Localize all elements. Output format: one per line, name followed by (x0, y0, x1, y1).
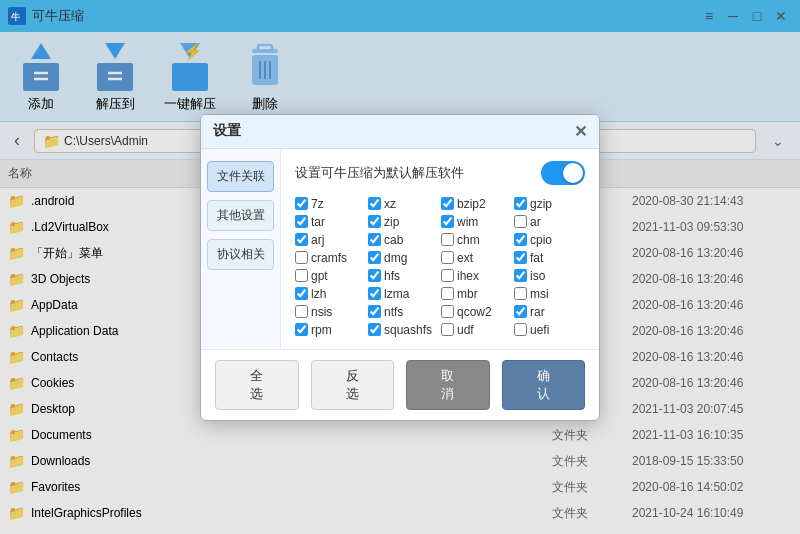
default-software-toggle[interactable] (541, 161, 585, 185)
checkbox-label-iso: iso (530, 269, 545, 283)
toggle-knob (563, 163, 583, 183)
checkbox-ntfs[interactable] (368, 305, 381, 318)
deselect-button[interactable]: 反选 (311, 360, 395, 410)
format-checkbox-item: iso (514, 269, 585, 283)
checkbox-tar[interactable] (295, 215, 308, 228)
format-checkbox-item: arj (295, 233, 366, 247)
checkbox-cab[interactable] (368, 233, 381, 246)
format-checkbox-item: ar (514, 215, 585, 229)
format-checkbox-item: squashfs (368, 323, 439, 337)
checkbox-gzip[interactable] (514, 197, 527, 210)
checkbox-label-hfs: hfs (384, 269, 400, 283)
checkbox-label-udf: udf (457, 323, 474, 337)
default-software-setting: 设置可牛压缩为默认解压软件 (295, 161, 585, 185)
checkbox-label-arj: arj (311, 233, 324, 247)
checkbox-label-gzip: gzip (530, 197, 552, 211)
tab-file-assoc[interactable]: 文件关联 (207, 161, 274, 192)
checkbox-label-xz: xz (384, 197, 396, 211)
checkbox-label-squashfs: squashfs (384, 323, 432, 337)
checkbox-gpt[interactable] (295, 269, 308, 282)
checkbox-xz[interactable] (368, 197, 381, 210)
checkbox-lzh[interactable] (295, 287, 308, 300)
checkbox-label-wim: wim (457, 215, 478, 229)
checkbox-rpm[interactable] (295, 323, 308, 336)
format-checkbox-item: ext (441, 251, 512, 265)
format-checkbox-item: qcow2 (441, 305, 512, 319)
format-checkbox-item: bzip2 (441, 197, 512, 211)
format-checkbox-item: chm (441, 233, 512, 247)
format-checkbox-item: hfs (368, 269, 439, 283)
checkbox-lzma[interactable] (368, 287, 381, 300)
checkbox-squashfs[interactable] (368, 323, 381, 336)
checkbox-ihex[interactable] (441, 269, 454, 282)
format-checkbox-item: rpm (295, 323, 366, 337)
checkbox-label-rar: rar (530, 305, 545, 319)
checkbox-arj[interactable] (295, 233, 308, 246)
format-checkbox-item: xz (368, 197, 439, 211)
format-checkbox-item: rar (514, 305, 585, 319)
dialog-close-button[interactable]: ✕ (574, 122, 587, 141)
format-checkbox-item: tar (295, 215, 366, 229)
checkbox-nsis[interactable] (295, 305, 308, 318)
checkbox-rar[interactable] (514, 305, 527, 318)
tab-protocol[interactable]: 协议相关 (207, 239, 274, 270)
format-checkbox-item: fat (514, 251, 585, 265)
format-checkbox-item: mbr (441, 287, 512, 301)
tab-other-settings-label: 其他设置 (217, 208, 265, 222)
format-checkbox-item: wim (441, 215, 512, 229)
tab-other-settings[interactable]: 其他设置 (207, 200, 274, 231)
checkbox-label-ext: ext (457, 251, 473, 265)
checkbox-label-dmg: dmg (384, 251, 407, 265)
format-checkbox-item: ihex (441, 269, 512, 283)
checkbox-label-cramfs: cramfs (311, 251, 347, 265)
checkbox-label-tar: tar (311, 215, 325, 229)
checkbox-label-bzip2: bzip2 (457, 197, 486, 211)
select-all-button[interactable]: 全选 (215, 360, 299, 410)
checkbox-bzip2[interactable] (441, 197, 454, 210)
checkbox-label-cpio: cpio (530, 233, 552, 247)
checkbox-mbr[interactable] (441, 287, 454, 300)
checkbox-label-rpm: rpm (311, 323, 332, 337)
checkbox-label-ar: ar (530, 215, 541, 229)
format-checkbox-item: 7z (295, 197, 366, 211)
format-checkbox-item: cpio (514, 233, 585, 247)
format-checkbox-item: udf (441, 323, 512, 337)
format-checkbox-item: dmg (368, 251, 439, 265)
checkbox-ext[interactable] (441, 251, 454, 264)
checkbox-label-chm: chm (457, 233, 480, 247)
confirm-button[interactable]: 确认 (502, 360, 586, 410)
format-checkbox-item: lzh (295, 287, 366, 301)
checkbox-qcow2[interactable] (441, 305, 454, 318)
format-checkbox-item: lzma (368, 287, 439, 301)
checkbox-wim[interactable] (441, 215, 454, 228)
checkbox-label-qcow2: qcow2 (457, 305, 492, 319)
dialog-body: 文件关联 其他设置 协议相关 设置可牛压缩为默认解压软件 (201, 149, 599, 349)
cancel-button[interactable]: 取消 (406, 360, 490, 410)
checkbox-uefi[interactable] (514, 323, 527, 336)
checkbox-label-mbr: mbr (457, 287, 478, 301)
checkbox-ar[interactable] (514, 215, 527, 228)
checkbox-msi[interactable] (514, 287, 527, 300)
checkbox-hfs[interactable] (368, 269, 381, 282)
checkbox-label-ntfs: ntfs (384, 305, 403, 319)
checkbox-label-gpt: gpt (311, 269, 328, 283)
checkbox-label-uefi: uefi (530, 323, 549, 337)
dialog-title: 设置 (213, 122, 241, 140)
format-checkbox-item: msi (514, 287, 585, 301)
dialog-title-bar: 设置 ✕ (201, 115, 599, 149)
checkbox-dmg[interactable] (368, 251, 381, 264)
checkbox-iso[interactable] (514, 269, 527, 282)
checkbox-udf[interactable] (441, 323, 454, 336)
format-checkbox-item: cramfs (295, 251, 366, 265)
checkbox-label-ihex: ihex (457, 269, 479, 283)
checkbox-cpio[interactable] (514, 233, 527, 246)
dialog-overlay: 设置 ✕ 文件关联 其他设置 协议相关 设置可牛压缩为默认解压软 (0, 0, 800, 534)
checkbox-zip[interactable] (368, 215, 381, 228)
checkbox-chm[interactable] (441, 233, 454, 246)
checkbox-label-fat: fat (530, 251, 543, 265)
checkbox-7z[interactable] (295, 197, 308, 210)
checkbox-label-lzh: lzh (311, 287, 326, 301)
checkbox-fat[interactable] (514, 251, 527, 264)
settings-dialog: 设置 ✕ 文件关联 其他设置 协议相关 设置可牛压缩为默认解压软 (200, 114, 600, 421)
checkbox-cramfs[interactable] (295, 251, 308, 264)
